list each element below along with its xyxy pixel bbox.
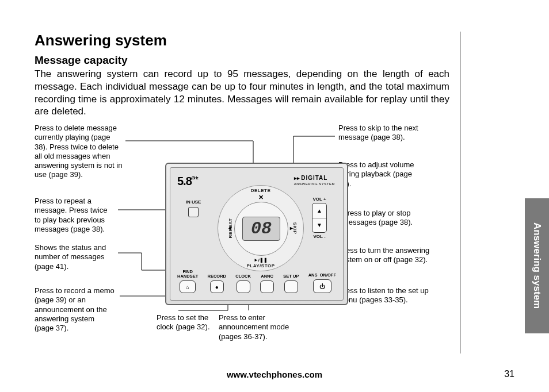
control-ring: DELETE ✕ REPEAT ◄ SKIP ► PLAY/STOP ►/❚❚ … — [218, 185, 304, 271]
device-panel: 5.8GHz ▸▸ DIGITAL ANSWERING SYSTEM IN US… — [165, 163, 348, 305]
ans-onoff-button: ANS ON/OFF ⏻ — [308, 273, 336, 293]
annc-button: ANNC — [260, 274, 274, 293]
body-paragraph: The answering system can record up to 95… — [35, 68, 449, 118]
footer-url: www.vtechphones.com — [0, 370, 549, 379]
callout-clock: Press to set the clock (page 32). — [157, 313, 214, 332]
callout-vol: Press to adjust volume during playback (… — [338, 160, 419, 189]
record-button: RECORD ● — [207, 274, 226, 293]
find-handset-button: FIND HANDSET ⌂ — [177, 270, 198, 294]
callout-record: Press to record a memo (page 39) or an a… — [35, 286, 115, 333]
x-icon: ✕ — [258, 194, 264, 201]
side-tab: Answering system — [525, 198, 549, 333]
logo-58ghz: 5.8GHz — [177, 175, 198, 188]
clock-button: CLOCK — [235, 274, 251, 293]
callout-setup: Press to listen to the set up menu (page… — [338, 286, 433, 305]
callout-status: Shows the status and number of messages … — [35, 243, 115, 271]
setup-button: SET UP — [283, 274, 299, 293]
callout-delete: Press to delete message currently playin… — [35, 124, 124, 180]
section-heading: Message capacity — [35, 54, 449, 67]
callout-play: Press to play or stop messages (page 38)… — [342, 209, 423, 228]
diagram: Press to delete message currently playin… — [35, 124, 460, 353]
handset-icon: ⌂ — [186, 284, 189, 290]
next-icon: ► — [289, 225, 294, 231]
vol-up-icon: ▲ — [312, 203, 326, 218]
page-number: 31 — [504, 369, 514, 379]
ring-label-delete: DELETE — [251, 188, 271, 193]
callout-annc: Press to enter announcement mode (pages … — [219, 313, 308, 341]
callout-repeat: Press to repeat a message. Press twice t… — [35, 197, 115, 234]
power-icon: ⏻ — [319, 283, 325, 290]
button-row: FIND HANDSET ⌂ RECORD ● CLOCK ANNC — [177, 264, 336, 293]
logo-digital: ▸▸ DIGITAL ANSWERING SYSTEM — [294, 175, 335, 186]
callout-onoff: Press to turn the answering system on or… — [338, 246, 433, 265]
callout-skip: Press to skip to the next message (page … — [338, 124, 428, 143]
record-icon: ● — [215, 284, 219, 290]
volume-control: VOL + ▲ ▼ VOL - — [305, 197, 334, 239]
in-use-indicator: IN USE — [181, 199, 206, 231]
page-title: Answering system — [35, 32, 449, 49]
vol-down-icon: ▼ — [312, 218, 326, 233]
lcd-display: 08 — [242, 217, 280, 241]
ring-inner: 08 — [234, 202, 288, 256]
prev-icon: ◄ — [227, 225, 232, 231]
playstop-icon: ►/❚❚ — [254, 258, 268, 263]
